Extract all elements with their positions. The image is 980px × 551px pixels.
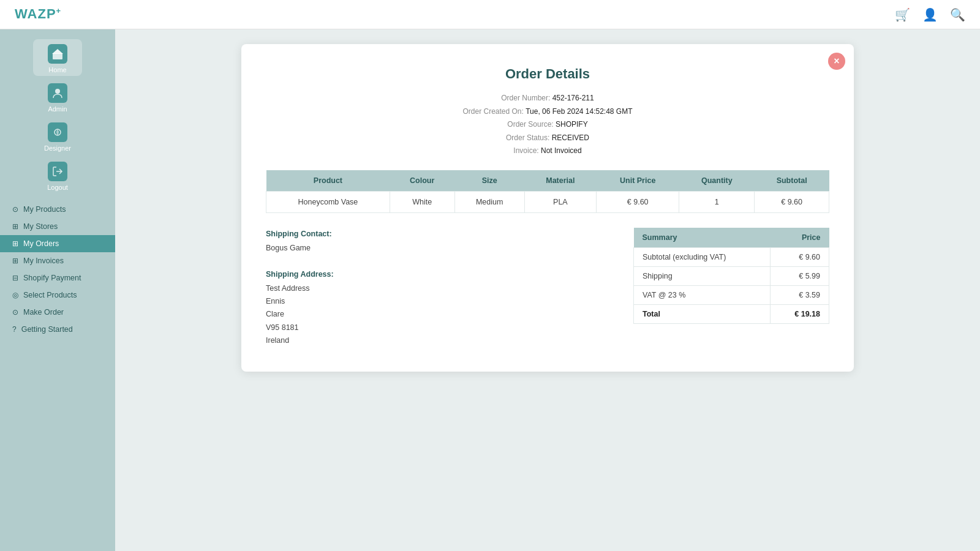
col-subtotal: Subtotal [755, 170, 829, 192]
col-product: Product [266, 170, 390, 192]
sidebar-item-logout[interactable]: Logout [33, 157, 82, 193]
my-products-icon: ⊙ [12, 205, 18, 214]
top-header: WAZP+ 🛒 👤 🔍 [0, 0, 980, 29]
bottom-section: Shipping Contact: Bogus Game Shipping Ad… [266, 228, 829, 347]
user-icon[interactable]: 👤 [922, 7, 938, 22]
col-material: Material [524, 170, 596, 192]
sub-nav: ⊙ My Products ⊞ My Stores ⊞ My Orders ⊞ … [0, 201, 115, 338]
svg-point-2 [55, 89, 60, 94]
sidebar: Home Admin Designer [0, 29, 115, 551]
svg-rect-0 [53, 53, 62, 59]
order-status-value-text: RECEIVED [552, 133, 589, 142]
sidebar-item-my-orders[interactable]: ⊞ My Orders [0, 235, 115, 252]
getting-started-icon: ? [12, 325, 17, 334]
summary-col-label: Summary [634, 228, 771, 248]
shipping-address-label: Shipping Address: [266, 268, 619, 281]
select-products-icon: ◎ [12, 291, 18, 299]
order-number-value-text: 452-176-211 [552, 94, 594, 102]
make-order-icon: ⊙ [12, 308, 18, 317]
summary-row: Total€ 19.18 [634, 304, 829, 323]
col-quantity: Quantity [679, 170, 755, 192]
make-order-label: Make Order [23, 308, 64, 317]
app-logo: WAZP+ [15, 6, 61, 22]
summary-table: Summary Price Subtotal (excluding VAT)€ … [633, 228, 829, 324]
modal-overlay: × Order Details Order Number: 452-176-21… [115, 29, 980, 551]
search-icon[interactable]: 🔍 [950, 7, 965, 22]
sidebar-main-label-logout: Logout [47, 184, 68, 191]
sidebar-main-label-admin: Admin [48, 105, 67, 113]
shopify-payment-icon: ⊟ [12, 274, 18, 282]
summary-row: Subtotal (excluding VAT)€ 9.60 [634, 247, 829, 266]
table-row: Honeycomb VaseWhiteMediumPLA€ 9.601€ 9.6… [266, 191, 829, 212]
shipping-address-lines: Test AddressEnnisClareV95 8181Ireland [266, 282, 619, 347]
my-invoices-label: My Invoices [23, 257, 64, 265]
invoice-value-text: Not Invoiced [541, 146, 582, 155]
shopify-payment-label: Shopify Payment [23, 274, 81, 282]
col-unit-price: Unit Price [596, 170, 679, 192]
sidebar-item-my-invoices[interactable]: ⊞ My Invoices [0, 252, 115, 269]
my-orders-icon: ⊞ [12, 239, 18, 248]
header-icons: 🛒 👤 🔍 [895, 7, 965, 22]
order-table: Product Colour Size Material Unit Price … [266, 170, 829, 213]
home-icon [48, 44, 67, 64]
sidebar-item-my-stores[interactable]: ⊞ My Stores [0, 218, 115, 235]
getting-started-label: Getting Started [21, 325, 73, 334]
order-source-label: Order Source: [507, 120, 553, 129]
sidebar-item-my-products[interactable]: ⊙ My Products [0, 201, 115, 218]
sidebar-item-designer[interactable]: Designer [33, 118, 82, 154]
shipping-section: Shipping Contact: Bogus Game Shipping Ad… [266, 228, 619, 347]
my-products-label: My Products [23, 205, 66, 214]
order-detail-card: × Order Details Order Number: 452-176-21… [241, 44, 854, 372]
cart-icon[interactable]: 🛒 [895, 7, 910, 22]
col-size: Size [454, 170, 524, 192]
my-stores-icon: ⊞ [12, 222, 18, 231]
sidebar-item-make-order[interactable]: ⊙ Make Order [0, 304, 115, 321]
svg-marker-1 [52, 49, 63, 54]
sidebar-item-shopify-payment[interactable]: ⊟ Shopify Payment [0, 269, 115, 287]
designer-icon [48, 122, 67, 142]
shipping-contact-value: Bogus Game [266, 242, 619, 255]
main-content: × Order Details Order Number: 452-176-21… [115, 29, 980, 551]
select-products-label: Select Products [23, 291, 77, 299]
summary-col-price: Price [771, 228, 829, 248]
my-orders-label: My Orders [23, 239, 59, 248]
sidebar-main-label-home: Home [48, 66, 66, 73]
col-colour: Colour [390, 170, 454, 192]
summary-row: VAT @ 23 %€ 3.59 [634, 285, 829, 304]
order-meta: Order Number: 452-176-211 Order Created … [266, 92, 829, 158]
close-button[interactable]: × [828, 53, 845, 70]
my-invoices-icon: ⊞ [12, 257, 18, 265]
sidebar-item-select-products[interactable]: ◎ Select Products [0, 287, 115, 304]
summary-row: Shipping€ 5.99 [634, 266, 829, 285]
my-stores-label: My Stores [23, 222, 58, 231]
sidebar-item-home[interactable]: Home [33, 39, 82, 76]
order-created-label: Order Created On: [462, 107, 523, 116]
invoice-label: Invoice: [513, 146, 538, 155]
order-created-value-text: Tue, 06 Feb 2024 14:52:48 GMT [526, 107, 632, 116]
logout-icon [48, 162, 67, 181]
sidebar-item-getting-started[interactable]: ? Getting Started [0, 321, 115, 338]
shipping-contact-label: Shipping Contact: [266, 228, 619, 241]
order-detail-title: Order Details [266, 66, 829, 82]
order-source-value-text: SHOPIFY [556, 120, 588, 129]
order-number-label: Order Number: [501, 94, 550, 102]
sidebar-main-label-designer: Designer [44, 144, 71, 152]
order-status-label: Order Status: [506, 133, 549, 142]
admin-icon [48, 83, 67, 103]
sidebar-item-admin[interactable]: Admin [33, 78, 82, 115]
summary-section: Summary Price Subtotal (excluding VAT)€ … [633, 228, 829, 347]
sidebar-main-items: Home Admin Designer [33, 39, 82, 193]
